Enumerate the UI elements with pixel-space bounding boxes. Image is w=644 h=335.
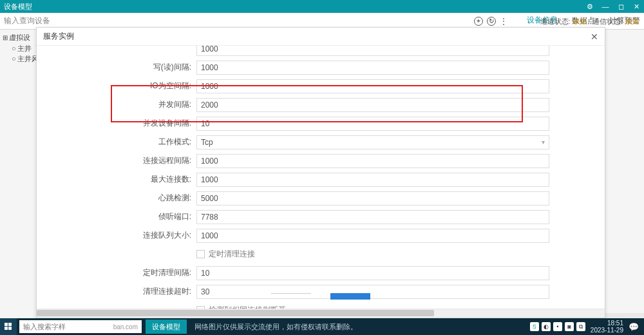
- dialog-close-icon[interactable]: ✕: [591, 32, 598, 42]
- channel-status-value: 未知: [573, 17, 587, 25]
- input-io-empty-interval[interactable]: [196, 79, 549, 93]
- dialog-hscrollbar[interactable]: [37, 309, 605, 318]
- refresh-icon[interactable]: ↻: [487, 17, 496, 26]
- device-tree[interactable]: 虚拟设 主井 主井风: [3, 32, 39, 64]
- maximize-icon[interactable]: ◻: [617, 3, 625, 10]
- svg-rect-0: [5, 323, 8, 326]
- dialog-body: 写(读)间隔: IO为空间隔: 并发间隔: 并发设备间隔: 工作模式: Tcp: [37, 46, 605, 309]
- cancel-button-peek[interactable]: [271, 293, 311, 300]
- notifications-icon[interactable]: 💬: [629, 322, 639, 332]
- confirm-button-peek[interactable]: [330, 293, 370, 300]
- input-write-interval[interactable]: [196, 61, 549, 75]
- input-max-connections[interactable]: [196, 173, 549, 187]
- svg-rect-1: [8, 323, 12, 326]
- select-work-mode-value: Tcp: [201, 138, 213, 147]
- form-row-work-mode: 工作模式: Tcp ▾: [37, 133, 605, 151]
- start-button[interactable]: [0, 318, 17, 335]
- form-row-queue-size: 连接队列大小:: [37, 226, 605, 245]
- input-listen-port[interactable]: [196, 210, 549, 224]
- svg-rect-3: [8, 327, 12, 330]
- window-titlebar: 设备模型 ⚙ — ◻ ✕: [0, 0, 644, 13]
- system-tray: S ◐ • ◙ ⧉ 18:51 2023-11-29 💬: [530, 320, 644, 334]
- tree-root[interactable]: 虚拟设: [3, 32, 39, 43]
- taskbar-clock[interactable]: 18:51 2023-11-29: [591, 320, 623, 334]
- label-listen-port: 侦听端口:: [37, 211, 196, 222]
- watermark-note: 网络图片仅供展示交流使用，如有侵权请联系删除。: [194, 322, 357, 332]
- checkbox-scheduled-cleanup[interactable]: [196, 250, 205, 258]
- form-row-listen-port: 侦听端口:: [37, 207, 605, 226]
- toolbar-icons: + ↻ ⋮: [474, 17, 507, 26]
- dialog-header: 服务实例 ✕: [37, 28, 605, 46]
- input-concurrent-interval[interactable]: [196, 98, 549, 112]
- close-icon[interactable]: ✕: [632, 3, 640, 10]
- label-max-connections: 最大连接数:: [37, 174, 196, 185]
- more-icon[interactable]: ⋮: [500, 17, 507, 26]
- tray-icon-4[interactable]: ◙: [565, 322, 574, 331]
- form-row-disconnect-duplicate: 检测到相同连接则断开: [37, 301, 605, 309]
- form-row-scheduled-cleanup: 定时清理连接: [37, 245, 605, 263]
- input-cleanup-interval[interactable]: [196, 266, 549, 280]
- taskbar-search-source: ban.com: [113, 323, 138, 330]
- label-concurrent-interval: 并发间隔:: [37, 99, 196, 110]
- label-work-mode: 工作模式:: [37, 137, 196, 148]
- label-concurrent-device-interval: 并发设备间隔:: [37, 118, 196, 129]
- form-row-concurrent-interval: 并发间隔:: [37, 95, 605, 114]
- svg-rect-2: [5, 327, 8, 330]
- dialog-buttons-peek: [271, 293, 370, 300]
- select-work-mode[interactable]: Tcp ▾: [196, 135, 549, 149]
- clock-time: 18:51: [591, 320, 623, 327]
- tree-node-1[interactable]: 主井: [12, 43, 39, 53]
- channel-status-label: 通道状态:: [540, 17, 571, 25]
- taskbar-search-placeholder: 输入搜索字样: [23, 322, 66, 332]
- service-instance-dialog: 服务实例 ✕ 写(读)间隔: IO为空间隔: 并发间隔: 并发设备间隔:: [36, 27, 605, 318]
- chevron-down-icon: ▾: [542, 139, 545, 146]
- label-write-interval: 写(读)间隔:: [37, 62, 196, 73]
- settings-icon[interactable]: ⚙: [586, 3, 594, 10]
- tray-icon-5[interactable]: ⧉: [576, 322, 585, 331]
- comm-status-value: 未知: [625, 17, 639, 25]
- taskbar-app-active[interactable]: 设备模型: [146, 320, 187, 334]
- tray-icon-2[interactable]: ◐: [542, 322, 551, 331]
- minimize-icon[interactable]: —: [601, 3, 609, 10]
- label-io-empty-interval: IO为空间隔:: [37, 81, 196, 91]
- taskbar-search[interactable]: 输入搜索字样 ban.com: [19, 320, 142, 333]
- os-taskbar: 输入搜索字样 ban.com 设备模型 网络图片仅供展示交流使用，如有侵权请联系…: [0, 318, 644, 335]
- input-queue-size[interactable]: [196, 229, 549, 243]
- form-row-io-empty-interval: IO为空间隔:: [37, 77, 605, 95]
- label-cleanup-timeout: 清理连接超时:: [37, 286, 196, 297]
- comm-status-label: 通信状态:: [592, 17, 623, 25]
- tray-icon-3[interactable]: •: [553, 322, 562, 331]
- input-concurrent-device-interval[interactable]: [196, 117, 549, 131]
- window-title: 设备模型: [4, 2, 32, 12]
- checkbox-scheduled-cleanup-label: 定时清理连接: [209, 249, 255, 260]
- input-remote-connect-interval[interactable]: [196, 154, 549, 168]
- form-row-max-connections: 最大连接数:: [37, 170, 605, 189]
- input-cleanup-timeout[interactable]: [196, 285, 549, 299]
- label-queue-size: 连接队列大小:: [37, 230, 196, 241]
- form-row-partial: [37, 46, 605, 58]
- window-controls: ⚙ — ◻ ✕: [586, 3, 640, 10]
- taskbar-app-label: 设备模型: [152, 322, 180, 332]
- clock-date: 2023-11-29: [591, 327, 623, 334]
- form-row-write-interval: 写(读)间隔:: [37, 58, 605, 77]
- form-row-cleanup-interval: 定时清理间隔:: [37, 263, 605, 282]
- label-heartbeat: 心跳检测:: [37, 193, 196, 204]
- status-strip: 通道状态: 未知 通信状态: 未知: [540, 17, 639, 26]
- device-search-input[interactable]: 输入查询设备: [4, 15, 94, 26]
- add-icon[interactable]: +: [474, 17, 483, 26]
- form-row-remote-connect-interval: 连接远程间隔:: [37, 151, 605, 170]
- input-partial[interactable]: [196, 46, 549, 56]
- label-cleanup-interval: 定时清理间隔:: [37, 267, 196, 278]
- tree-node-2[interactable]: 主井风: [12, 53, 39, 64]
- dialog-title: 服务实例: [43, 31, 74, 42]
- tray-icon-1[interactable]: S: [530, 322, 539, 331]
- input-heartbeat[interactable]: [196, 191, 549, 206]
- form-row-concurrent-device-interval: 并发设备间隔:: [37, 114, 605, 133]
- tray-icons: S ◐ • ◙ ⧉: [530, 322, 585, 331]
- settings-form: 写(读)间隔: IO为空间隔: 并发间隔: 并发设备间隔: 工作模式: Tcp: [37, 46, 605, 309]
- form-row-heartbeat: 心跳检测:: [37, 189, 605, 207]
- label-remote-connect-interval: 连接远程间隔:: [37, 155, 196, 166]
